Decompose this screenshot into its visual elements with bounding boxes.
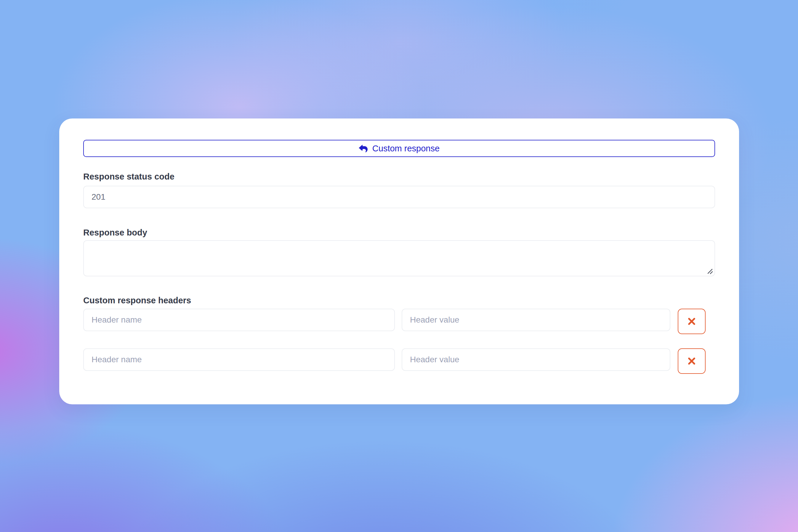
header-value-input[interactable] — [402, 309, 670, 331]
custom-response-button-label: Custom response — [372, 144, 440, 153]
status-code-label: Response status code — [83, 172, 174, 181]
header-row — [83, 309, 715, 334]
response-body-label: Response body — [83, 228, 147, 237]
header-row — [83, 348, 715, 374]
header-value-input[interactable] — [402, 348, 670, 371]
header-name-input[interactable] — [83, 348, 395, 371]
reply-icon — [359, 144, 367, 153]
x-icon — [686, 356, 697, 366]
custom-response-panel: Custom response Response status code Res… — [59, 118, 739, 404]
custom-response-button[interactable]: Custom response — [83, 140, 715, 157]
resize-handle-icon[interactable] — [706, 267, 714, 275]
response-body-textarea[interactable] — [83, 240, 715, 277]
x-icon — [686, 316, 697, 327]
custom-headers-label: Custom response headers — [83, 296, 191, 305]
header-name-input[interactable] — [83, 309, 395, 331]
remove-header-button[interactable] — [678, 309, 706, 334]
status-code-input[interactable] — [83, 186, 715, 208]
response-body-wrap — [83, 240, 715, 277]
remove-header-button[interactable] — [678, 348, 706, 374]
